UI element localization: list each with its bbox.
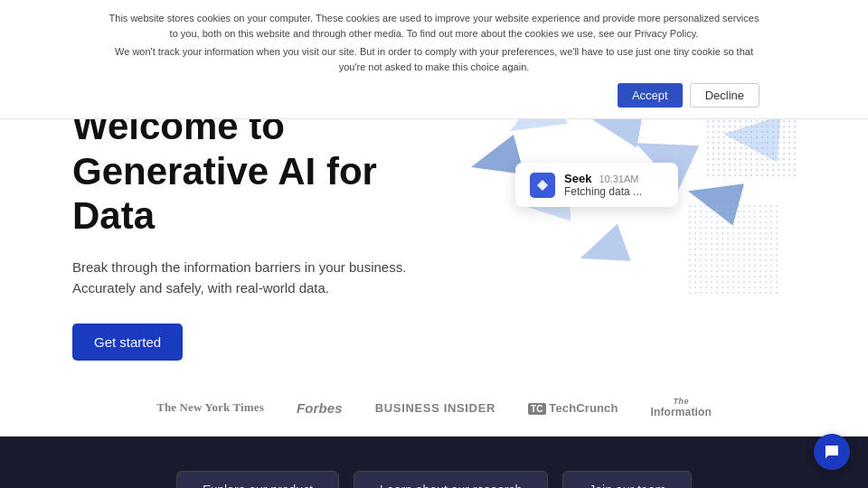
logo-the-information: The Information [651, 397, 712, 418]
hero-title: Welcome to Generative AI for Data [72, 104, 452, 239]
hero-left: Welcome to Generative AI for Data Break … [72, 86, 452, 361]
tc-badge: TC [528, 403, 546, 415]
logo-business-insider: BUSINESS INSIDER [375, 401, 495, 415]
decline-button[interactable]: Decline [690, 83, 760, 108]
cookie-buttons: Accept Decline [108, 83, 760, 108]
cookie-sub-text: We won't track your information when you… [108, 44, 760, 74]
accept-button[interactable]: Accept [618, 83, 683, 108]
bottom-section: Explore our product Learn about our rese… [0, 436, 868, 488]
logo-nyt: The New York Times [156, 400, 264, 415]
cookie-main-text: This website stores cookies on your comp… [108, 11, 760, 41]
join-team-button[interactable]: Join our team [562, 471, 692, 488]
cta-buttons: Explore our product Learn about our rese… [72, 455, 796, 488]
seek-message: Fetching data ... [564, 185, 642, 198]
seek-header: Seek 10:31AM [564, 172, 642, 185]
tc-text: TechCrunch [549, 401, 618, 415]
page-wrapper: This website stores cookies on your comp… [0, 0, 868, 488]
logo-information: Information [651, 406, 712, 418]
learn-research-button[interactable]: Learn about our research [354, 471, 548, 488]
chat-icon [823, 443, 841, 461]
cookie-banner: This website stores cookies on your comp… [0, 0, 868, 119]
chat-button[interactable] [814, 434, 850, 470]
hero-illustration: Seek 10:31AM Fetching data ... [452, 86, 796, 312]
seek-card: Seek 10:31AM Fetching data ... [515, 163, 678, 207]
seek-logo [530, 173, 555, 198]
logo-techcrunch: TC TechCrunch [528, 401, 618, 415]
explore-product-button[interactable]: Explore our product [176, 471, 339, 488]
logo-the: The [651, 397, 712, 406]
seek-time: 10:31AM [599, 174, 638, 184]
dot-field-2 [687, 203, 778, 294]
seek-content: Seek 10:31AM Fetching data ... [564, 172, 642, 198]
get-started-button[interactable]: Get started [72, 324, 183, 361]
logos-bar: The New York Times Forbes BUSINESS INSID… [0, 388, 868, 436]
logo-forbes: Forbes [297, 400, 343, 416]
seek-name: Seek [564, 172, 591, 185]
hero-description: Break through the information barriers i… [72, 257, 452, 299]
deco-arrow-7 [573, 223, 631, 277]
